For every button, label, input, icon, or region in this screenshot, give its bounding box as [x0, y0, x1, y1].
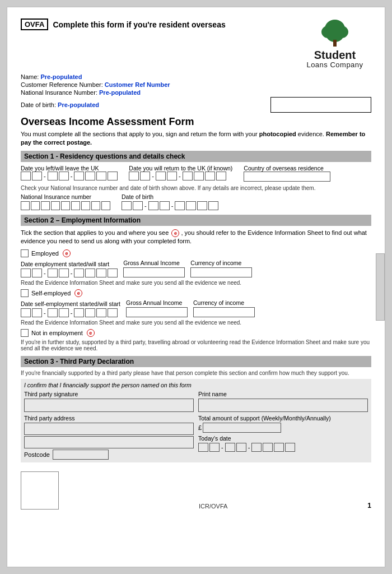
ni-line: National Insurance Number: Pre-populated [21, 89, 371, 96]
td-d1[interactable] [198, 443, 208, 452]
td-m2[interactable] [236, 443, 246, 452]
notemployed-checkbox[interactable] [21, 329, 29, 337]
ret-d2[interactable] [140, 172, 150, 180]
ret-y1[interactable] [183, 172, 193, 180]
leave-y3[interactable] [96, 172, 106, 180]
sig-col: Third party signature [24, 391, 194, 412]
print-input[interactable] [198, 399, 368, 412]
address-line1[interactable] [24, 423, 194, 435]
dob-d1[interactable] [122, 201, 132, 210]
emp-d1[interactable] [21, 269, 31, 277]
se-y4[interactable] [108, 308, 118, 317]
leave-m2[interactable] [59, 172, 69, 180]
postcode-input[interactable] [53, 450, 109, 460]
employed-currency-input[interactable] [190, 267, 252, 277]
ni-b7[interactable] [81, 201, 90, 210]
selfemployed-currency-input[interactable] [193, 307, 255, 317]
form-main-title: Overseas Income Assessment Form [21, 116, 371, 128]
leave-y2[interactable] [85, 172, 95, 180]
dob-y4[interactable] [208, 201, 218, 210]
ni-b1[interactable] [21, 201, 30, 210]
support-col: Total amount of support (Weekly/Monthly/… [198, 415, 368, 460]
dob-label: Date of birth: [21, 101, 56, 108]
dob-y3[interactable] [197, 201, 207, 210]
logo-loans: Loans Company [306, 61, 363, 69]
dob-y1[interactable] [175, 201, 185, 210]
selfemployed-checkbox[interactable] [21, 289, 29, 297]
ni-update-col: National Insurance number [21, 193, 110, 210]
ret-m1[interactable] [156, 172, 166, 180]
address-label: Third party address [24, 415, 194, 422]
ret-y2[interactable] [194, 172, 204, 180]
td-y1[interactable] [251, 443, 262, 452]
se-d2[interactable] [32, 308, 42, 317]
section1-header: Section 1 - Residency questions and deta… [21, 151, 371, 162]
emp-m2[interactable] [59, 269, 69, 277]
se-m1[interactable] [48, 308, 58, 317]
section3-header: Section 3 - Third Party Declaration [21, 356, 371, 367]
section3: Section 3 - Third Party Declaration If y… [21, 356, 371, 462]
ni-b6[interactable] [71, 201, 80, 210]
footer-ref: ICR/OVFA [59, 503, 367, 510]
se-y3[interactable] [96, 308, 106, 317]
employed-checkbox[interactable] [21, 249, 29, 257]
dob-m2[interactable] [160, 201, 170, 210]
sig-input[interactable] [24, 399, 194, 412]
emp-y3[interactable] [96, 269, 106, 277]
ni-b5[interactable] [61, 201, 70, 210]
emp-m1[interactable] [48, 269, 58, 277]
se-y2[interactable] [85, 308, 95, 317]
ni-b3[interactable] [41, 201, 50, 210]
ni-b9[interactable] [101, 201, 110, 210]
country-col: Country of overseas residence [244, 165, 330, 183]
country-input[interactable] [244, 172, 330, 182]
ni-update-label: National Insurance number [21, 193, 110, 200]
employed-date-label: Date employment started/will start [21, 261, 118, 267]
leave-y4[interactable] [108, 172, 118, 180]
td-m1[interactable] [225, 443, 235, 452]
name-label: Name: [21, 73, 39, 80]
se-d1[interactable] [21, 308, 31, 317]
dob-line: Date of birth: Pre-populated [21, 97, 371, 113]
ni-b4[interactable] [51, 201, 60, 210]
leave-y1[interactable] [74, 172, 84, 180]
emp-y4[interactable] [108, 269, 118, 277]
support-amount-input[interactable] [203, 423, 281, 433]
ret-y4[interactable] [216, 172, 226, 180]
address-line2[interactable] [24, 436, 194, 448]
today-date-group: Today's date - - [198, 435, 368, 452]
td-y3[interactable] [274, 443, 284, 452]
se-m2[interactable] [59, 308, 69, 317]
notemployed-text: If you're in further study, supported by… [21, 339, 371, 351]
dob-d2[interactable] [133, 201, 143, 210]
td-d2[interactable] [209, 443, 220, 452]
ni-b8[interactable] [91, 201, 100, 210]
left-date-col: Date you left/will leave the UK - - [21, 165, 118, 180]
third-party-form: I confirm that I financially support the… [21, 379, 371, 462]
selfemployed-income-label: Gross Annual Income [126, 299, 188, 306]
employed-income-input[interactable] [123, 267, 185, 277]
dob-y2[interactable] [186, 201, 196, 210]
leave-d1[interactable] [21, 172, 31, 180]
td-y4[interactable] [285, 443, 295, 452]
ret-d1[interactable] [129, 172, 139, 180]
dob-m1[interactable] [148, 201, 158, 210]
leave-d2[interactable] [32, 172, 42, 180]
selfemployed-income-input[interactable] [126, 307, 188, 317]
ni-b2[interactable] [31, 201, 40, 210]
emp-y2[interactable] [85, 269, 95, 277]
ref-label: Customer Reference Number: [21, 81, 103, 88]
page-number: 1 [367, 502, 371, 510]
td-y2[interactable] [263, 443, 273, 452]
emp-y1[interactable] [74, 269, 84, 277]
se-y1[interactable] [74, 308, 84, 317]
selfemployed-date-label: Date self-employment started/will start [21, 300, 120, 307]
leave-m1[interactable] [48, 172, 58, 180]
selfemployed-currency-label: Currency of income [193, 299, 255, 306]
emp-d2[interactable] [32, 269, 42, 277]
ret-m2[interactable] [167, 172, 177, 180]
return-date-col: Date you will return to the UK (if known… [129, 165, 232, 180]
ni-check-text: Check your National Insurance number and… [21, 185, 371, 191]
ret-y3[interactable] [205, 172, 215, 180]
ni-boxes [21, 201, 110, 210]
